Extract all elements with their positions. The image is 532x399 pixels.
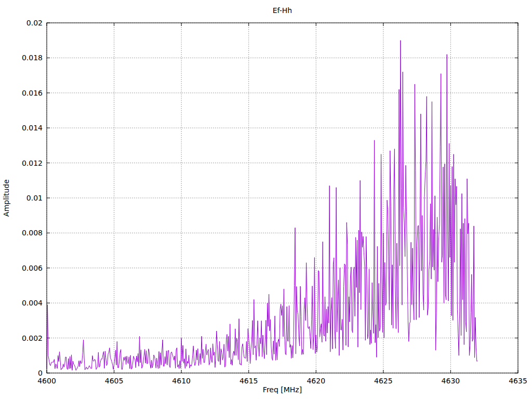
y-tick-label: 0 <box>38 369 43 377</box>
x-tick-label: 4605 <box>105 377 124 385</box>
y-tick-label: 0.016 <box>22 89 43 97</box>
x-tick-label: 4600 <box>37 377 56 385</box>
y-tick-label: 0.02 <box>26 19 43 27</box>
y-tick-label: 0.004 <box>22 299 43 307</box>
x-tick-label: 4615 <box>240 377 258 385</box>
y-axis-label: Amplitude <box>2 179 10 217</box>
gnuplot-chart-window: 4600460546104615462046254630463500.0020.… <box>0 0 532 399</box>
y-tick-label: 0.012 <box>22 159 43 167</box>
chart-title: Ef-Hh <box>273 6 292 15</box>
x-tick-label: 4620 <box>307 377 325 385</box>
y-tick-label: 0.008 <box>22 229 43 237</box>
y-tick-label: 0.006 <box>22 264 43 272</box>
x-tick-label: 4635 <box>509 377 527 385</box>
y-tick-label: 0.018 <box>22 54 43 62</box>
y-tick-label: 0.014 <box>22 124 43 132</box>
x-tick-label: 4630 <box>442 377 460 385</box>
x-axis-label: Freq [MHz] <box>263 385 302 394</box>
x-tick-label: 4610 <box>172 377 191 385</box>
spectrum-chart: 4600460546104615462046254630463500.0020.… <box>0 0 532 399</box>
y-tick-label: 0.002 <box>22 334 43 342</box>
x-tick-label: 4625 <box>374 377 393 385</box>
y-tick-label: 0.01 <box>26 194 43 202</box>
